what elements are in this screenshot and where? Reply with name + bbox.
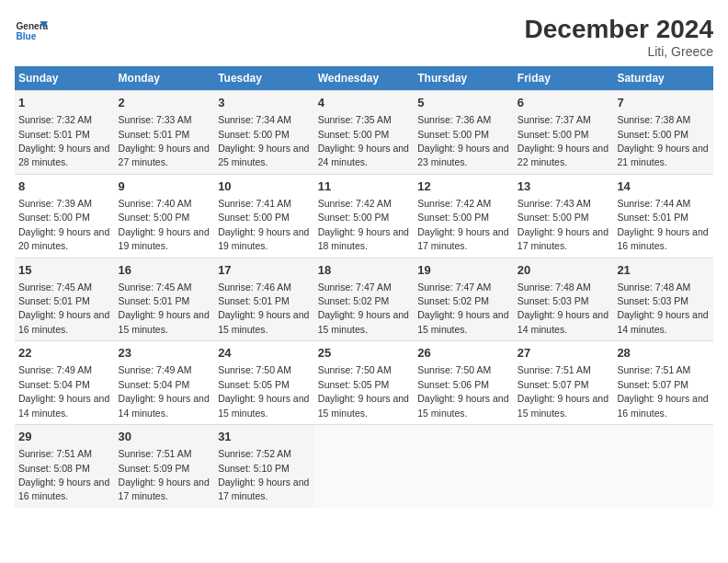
- day-info: Sunrise: 7:34 AMSunset: 5:00 PMDaylight:…: [218, 114, 309, 167]
- day-number: 25: [318, 345, 411, 362]
- day-info: Sunrise: 7:45 AMSunset: 5:01 PMDaylight:…: [18, 282, 109, 335]
- calendar-cell: 25 Sunrise: 7:50 AMSunset: 5:05 PMDaylig…: [314, 341, 415, 425]
- calendar-cell: 28 Sunrise: 7:51 AMSunset: 5:07 PMDaylig…: [613, 341, 713, 425]
- day-number: 22: [18, 345, 111, 362]
- calendar-cell: 31 Sunrise: 7:52 AMSunset: 5:10 PMDaylig…: [214, 425, 314, 508]
- day-number: 7: [617, 95, 710, 111]
- day-info: Sunrise: 7:41 AMSunset: 5:00 PMDaylight:…: [218, 198, 309, 251]
- day-number: 29: [18, 429, 111, 445]
- calendar-cell: 6 Sunrise: 7:37 AMSunset: 5:00 PMDayligh…: [514, 91, 614, 175]
- day-info: Sunrise: 7:47 AMSunset: 5:02 PMDaylight:…: [417, 282, 508, 335]
- day-number: 2: [119, 95, 211, 111]
- day-info: Sunrise: 7:39 AMSunset: 5:00 PMDaylight:…: [18, 198, 109, 251]
- logo: General Blue: [15, 15, 48, 48]
- calendar-cell: 12 Sunrise: 7:42 AMSunset: 5:00 PMDaylig…: [414, 174, 514, 258]
- calendar-cell: 17 Sunrise: 7:46 AMSunset: 5:01 PMDaylig…: [214, 258, 314, 341]
- calendar-week-row: 15 Sunrise: 7:45 AMSunset: 5:01 PMDaylig…: [15, 258, 713, 341]
- weekday-header-thursday: Thursday: [414, 66, 514, 91]
- calendar-cell: 19 Sunrise: 7:47 AMSunset: 5:02 PMDaylig…: [414, 258, 514, 341]
- day-number: 13: [518, 178, 610, 195]
- day-info: Sunrise: 7:43 AMSunset: 5:00 PMDaylight:…: [518, 198, 609, 251]
- day-number: 11: [318, 178, 411, 195]
- calendar-cell: 24 Sunrise: 7:50 AMSunset: 5:05 PMDaylig…: [214, 341, 314, 425]
- day-info: Sunrise: 7:50 AMSunset: 5:06 PMDaylight:…: [417, 364, 508, 418]
- day-number: 8: [18, 178, 111, 195]
- day-number: 28: [617, 345, 710, 362]
- calendar-cell: 21 Sunrise: 7:48 AMSunset: 5:03 PMDaylig…: [613, 258, 713, 341]
- weekday-header-saturday: Saturday: [613, 66, 713, 91]
- calendar-cell: [414, 425, 514, 508]
- weekday-header-friday: Friday: [514, 66, 614, 91]
- month-title: December 2024: [525, 15, 713, 44]
- calendar-cell: 14 Sunrise: 7:44 AMSunset: 5:01 PMDaylig…: [613, 174, 713, 258]
- day-info: Sunrise: 7:47 AMSunset: 5:02 PMDaylight:…: [318, 282, 409, 335]
- day-number: 21: [617, 262, 710, 279]
- day-number: 17: [218, 262, 311, 279]
- day-number: 31: [218, 429, 311, 445]
- weekday-header-tuesday: Tuesday: [214, 66, 314, 91]
- calendar-cell: 1 Sunrise: 7:32 AMSunset: 5:01 PMDayligh…: [15, 91, 115, 175]
- weekday-header-row: SundayMondayTuesdayWednesdayThursdayFrid…: [15, 66, 713, 91]
- day-number: 20: [518, 262, 610, 279]
- day-number: 16: [119, 262, 211, 279]
- calendar-cell: 13 Sunrise: 7:43 AMSunset: 5:00 PMDaylig…: [514, 174, 614, 258]
- weekday-header-sunday: Sunday: [15, 66, 115, 91]
- day-number: 26: [417, 345, 510, 362]
- day-info: Sunrise: 7:36 AMSunset: 5:00 PMDaylight:…: [417, 114, 508, 167]
- calendar-cell: 18 Sunrise: 7:47 AMSunset: 5:02 PMDaylig…: [314, 258, 415, 341]
- day-number: 12: [417, 178, 510, 195]
- day-info: Sunrise: 7:32 AMSunset: 5:01 PMDaylight:…: [18, 114, 109, 167]
- calendar-cell: 29 Sunrise: 7:51 AMSunset: 5:08 PMDaylig…: [15, 425, 115, 508]
- calendar-cell: 7 Sunrise: 7:38 AMSunset: 5:00 PMDayligh…: [613, 91, 713, 175]
- calendar-week-row: 22 Sunrise: 7:49 AMSunset: 5:04 PMDaylig…: [15, 341, 713, 425]
- day-number: 18: [318, 262, 411, 279]
- day-info: Sunrise: 7:42 AMSunset: 5:00 PMDaylight:…: [417, 198, 508, 251]
- day-info: Sunrise: 7:51 AMSunset: 5:07 PMDaylight:…: [518, 364, 609, 418]
- calendar-week-row: 29 Sunrise: 7:51 AMSunset: 5:08 PMDaylig…: [15, 425, 713, 508]
- day-number: 6: [518, 95, 610, 111]
- calendar-cell: 5 Sunrise: 7:36 AMSunset: 5:00 PMDayligh…: [414, 91, 514, 175]
- calendar-cell: 11 Sunrise: 7:42 AMSunset: 5:00 PMDaylig…: [314, 174, 415, 258]
- day-info: Sunrise: 7:46 AMSunset: 5:01 PMDaylight:…: [218, 282, 309, 335]
- calendar-table: SundayMondayTuesdayWednesdayThursdayFrid…: [15, 66, 713, 508]
- day-info: Sunrise: 7:44 AMSunset: 5:01 PMDaylight:…: [617, 198, 708, 251]
- title-area: December 2024 Liti, Greece: [525, 15, 713, 59]
- day-number: 30: [119, 429, 211, 445]
- calendar-cell: 30 Sunrise: 7:51 AMSunset: 5:09 PMDaylig…: [115, 425, 215, 508]
- calendar-cell: 22 Sunrise: 7:49 AMSunset: 5:04 PMDaylig…: [15, 341, 115, 425]
- day-info: Sunrise: 7:49 AMSunset: 5:04 PMDaylight:…: [119, 364, 210, 418]
- day-number: 19: [417, 262, 510, 279]
- day-number: 24: [218, 345, 311, 362]
- day-info: Sunrise: 7:50 AMSunset: 5:05 PMDaylight:…: [218, 364, 309, 418]
- day-number: 5: [417, 95, 510, 111]
- calendar-cell: [314, 425, 415, 508]
- day-info: Sunrise: 7:51 AMSunset: 5:08 PMDaylight:…: [18, 448, 109, 501]
- day-number: 10: [218, 178, 311, 195]
- calendar-cell: 9 Sunrise: 7:40 AMSunset: 5:00 PMDayligh…: [115, 174, 215, 258]
- day-number: 23: [119, 345, 211, 362]
- calendar-cell: 8 Sunrise: 7:39 AMSunset: 5:00 PMDayligh…: [15, 174, 115, 258]
- day-number: 9: [119, 178, 211, 195]
- day-number: 14: [617, 178, 710, 195]
- day-number: 15: [18, 262, 111, 279]
- calendar-cell: 26 Sunrise: 7:50 AMSunset: 5:06 PMDaylig…: [414, 341, 514, 425]
- day-number: 4: [318, 95, 411, 111]
- calendar-week-row: 8 Sunrise: 7:39 AMSunset: 5:00 PMDayligh…: [15, 174, 713, 258]
- svg-text:Blue: Blue: [16, 31, 36, 41]
- day-number: 3: [218, 95, 311, 111]
- day-info: Sunrise: 7:42 AMSunset: 5:00 PMDaylight:…: [318, 198, 409, 251]
- day-info: Sunrise: 7:52 AMSunset: 5:10 PMDaylight:…: [218, 448, 309, 501]
- location: Liti, Greece: [525, 44, 713, 59]
- calendar-cell: 16 Sunrise: 7:45 AMSunset: 5:01 PMDaylig…: [115, 258, 215, 341]
- day-number: 1: [18, 95, 111, 111]
- day-info: Sunrise: 7:35 AMSunset: 5:00 PMDaylight:…: [318, 114, 409, 167]
- calendar-cell: 10 Sunrise: 7:41 AMSunset: 5:00 PMDaylig…: [214, 174, 314, 258]
- calendar-week-row: 1 Sunrise: 7:32 AMSunset: 5:01 PMDayligh…: [15, 91, 713, 175]
- day-info: Sunrise: 7:50 AMSunset: 5:05 PMDaylight:…: [318, 364, 409, 418]
- day-info: Sunrise: 7:38 AMSunset: 5:00 PMDaylight:…: [617, 114, 708, 167]
- day-info: Sunrise: 7:48 AMSunset: 5:03 PMDaylight:…: [518, 282, 609, 335]
- calendar-cell: [613, 425, 713, 508]
- calendar-cell: 4 Sunrise: 7:35 AMSunset: 5:00 PMDayligh…: [314, 91, 415, 175]
- calendar-cell: 27 Sunrise: 7:51 AMSunset: 5:07 PMDaylig…: [514, 341, 614, 425]
- calendar-cell: 15 Sunrise: 7:45 AMSunset: 5:01 PMDaylig…: [15, 258, 115, 341]
